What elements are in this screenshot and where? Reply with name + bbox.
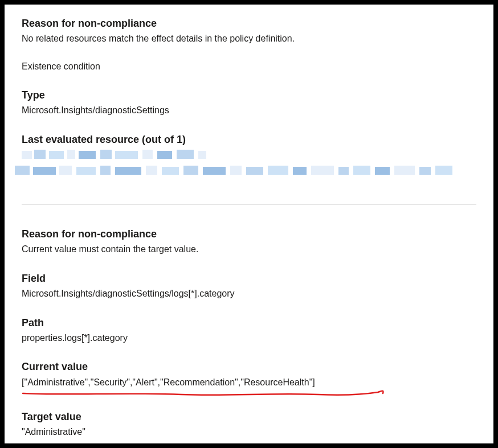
compliance-details-panel: Reason for non-compliance No related res… <box>5 5 493 443</box>
path-value: properties.logs[*].category <box>22 332 476 344</box>
reason1-text: No related resources match the effect de… <box>22 32 476 45</box>
last-evaluated-heading: Last evaluated resource (out of 1) <box>22 133 476 146</box>
type-block: Type Microsoft.Insights/diagnosticSettin… <box>22 89 476 117</box>
reason2-heading: Reason for non-compliance <box>22 228 476 241</box>
reason2-block: Reason for non-compliance Current value … <box>22 228 476 256</box>
reason1-block: Reason for non-compliance No related res… <box>22 17 476 46</box>
target-value-value: "Administrative" <box>22 426 476 438</box>
reason1-heading: Reason for non-compliance <box>22 17 476 30</box>
field-value: Microsoft.Insights/diagnosticSettings/lo… <box>22 287 476 300</box>
current-value-heading: Current value <box>22 360 476 373</box>
divider <box>22 204 476 205</box>
last-evaluated-block: Last evaluated resource (out of 1) <box>22 133 476 187</box>
type-value: Microsoft.Insights/diagnosticSettings <box>22 104 476 117</box>
current-value-value: ["Administrative","Security","Alert","Re… <box>22 376 476 389</box>
current-value-block: Current value ["Administrative","Securit… <box>22 360 476 400</box>
existence-condition-label: Existence condition <box>22 61 476 72</box>
target-value-heading: Target value <box>22 410 476 424</box>
target-value-block: Target value "Administrative" <box>22 410 476 439</box>
type-heading: Type <box>22 89 476 102</box>
path-heading: Path <box>22 317 476 330</box>
path-block: Path properties.logs[*].category <box>22 317 476 345</box>
reason2-text: Current value must contain the target va… <box>22 243 476 256</box>
field-block: Field Microsoft.Insights/diagnosticSetti… <box>22 272 476 301</box>
underline-annotation-icon <box>22 390 386 400</box>
field-heading: Field <box>22 272 476 285</box>
redacted-resource-value <box>22 150 476 187</box>
